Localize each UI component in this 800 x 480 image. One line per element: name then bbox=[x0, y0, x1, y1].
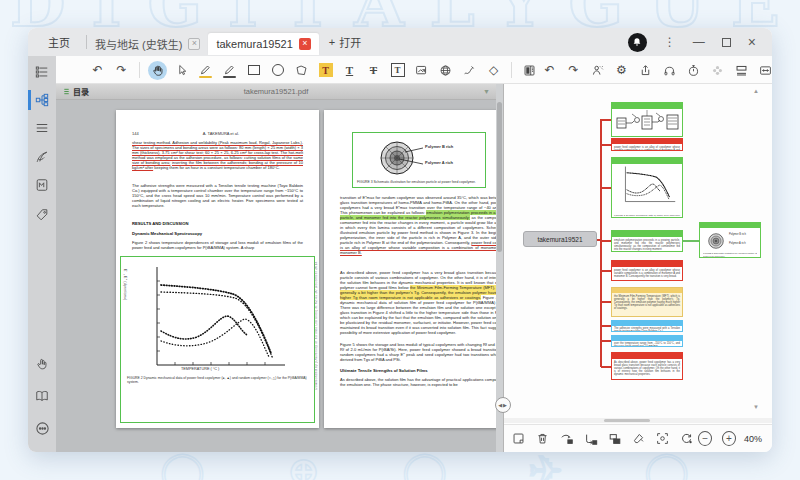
notebook-panel-icon[interactable] bbox=[520, 61, 539, 80]
scrollbar-thumb[interactable] bbox=[604, 419, 650, 422]
connector bbox=[601, 325, 611, 327]
mindmap-node-red-excerpt[interactable]: power feed copolymer is an alloy of copo… bbox=[611, 260, 683, 281]
theme-flower-icon[interactable] bbox=[708, 61, 727, 80]
screenshot-icon[interactable] bbox=[653, 429, 671, 448]
tab-document-2[interactable]: takemura19521 × bbox=[208, 33, 318, 55]
figure3-annotation-box[interactable]: Polymer B rich Polymer A rich FIGURE 3 S… bbox=[352, 132, 486, 188]
split-layout-icon[interactable] bbox=[732, 61, 751, 80]
maximize-icon[interactable] bbox=[722, 38, 731, 47]
rectangle-tool-icon[interactable] bbox=[244, 61, 263, 80]
mindmap-node-green-excerpt[interactable]: emulsion polymerization proceeds in a gr… bbox=[611, 230, 683, 252]
textbox-icon[interactable]: T bbox=[388, 61, 407, 80]
notification-icon[interactable] bbox=[628, 33, 647, 52]
scroll-down-icon[interactable]: ▼ bbox=[753, 404, 759, 410]
signature-icon[interactable] bbox=[460, 61, 479, 80]
close-tab-icon[interactable]: × bbox=[188, 38, 200, 50]
page-text: Figure 2 shows temperature dependences o… bbox=[132, 240, 303, 250]
export-icon[interactable] bbox=[636, 61, 655, 80]
connector-spine bbox=[600, 119, 602, 367]
eraser-icon[interactable]: ◇ bbox=[484, 61, 503, 80]
page-text: As described above, the solution film ha… bbox=[340, 377, 511, 387]
select-cursor-icon[interactable] bbox=[172, 61, 191, 80]
mindmap-node-figure3[interactable]: Polymer B rich Polymer A rich FIGURE 3 S… bbox=[699, 222, 761, 258]
connector bbox=[601, 301, 611, 303]
node-text: The adhesive strengths were measured wit… bbox=[612, 326, 682, 332]
add-sibling-node-icon[interactable] bbox=[582, 429, 600, 448]
mindmap-redo-icon[interactable]: ↷ bbox=[564, 61, 583, 80]
sidebar-hand-gesture-icon[interactable] bbox=[28, 352, 56, 376]
scroll-up-icon[interactable]: ▲ bbox=[753, 88, 759, 94]
page-text: transition of E″max for random copolymer… bbox=[340, 195, 511, 255]
mindmap-node-blue-excerpt[interactable]: The adhesive strengths were measured wit… bbox=[611, 320, 683, 332]
ellipse-tool-icon[interactable] bbox=[268, 61, 287, 80]
figure2-annotation-box[interactable]: E′ , E″ (dyne/cm²) TEMPERATURE ( °C ) FI… bbox=[120, 256, 315, 423]
minimize-icon[interactable]: — bbox=[693, 35, 705, 49]
mindmap-node-apparatus[interactable] bbox=[611, 102, 683, 137]
sidebar-more-icon[interactable] bbox=[28, 416, 56, 440]
zoom-in-button[interactable]: + bbox=[722, 431, 736, 446]
mindmap-node-red-excerpt[interactable]: As described above, power feed copolymer… bbox=[611, 352, 683, 380]
zoom-out-button[interactable]: − bbox=[698, 431, 712, 446]
sidebar-notes-icon[interactable] bbox=[28, 173, 56, 197]
sidebar-reading-mode-icon[interactable] bbox=[28, 384, 56, 408]
highlight-text-icon[interactable]: T bbox=[316, 61, 335, 80]
merge-node-icon[interactable] bbox=[606, 429, 624, 448]
redo-icon[interactable]: ↷ bbox=[112, 61, 131, 80]
relayout-icon[interactable] bbox=[677, 429, 695, 448]
polygon-tool-icon[interactable] bbox=[292, 61, 311, 80]
figure2-caption: FIGURE 2 Dynamic mechanical data of powe… bbox=[127, 376, 308, 384]
node-text: power feed copolymer is an alloy of copo… bbox=[612, 267, 682, 279]
hand-tool-icon[interactable] bbox=[148, 61, 167, 80]
delete-node-icon[interactable] bbox=[534, 429, 552, 448]
pen-icon[interactable] bbox=[220, 61, 239, 80]
connector bbox=[601, 240, 611, 242]
audio-reader-icon[interactable] bbox=[660, 61, 679, 80]
tab-document-2-label: takemura19521 bbox=[216, 38, 292, 50]
mindmap-panel[interactable]: takemura19521 power feed copolymer is an bbox=[504, 84, 772, 424]
open-file-button[interactable]: + 打开 bbox=[319, 34, 371, 50]
node-text: FIGURE 2 Dynamic mechanical data of powe… bbox=[612, 212, 682, 218]
connector bbox=[601, 187, 611, 189]
tab-document-1[interactable]: 我与地坛 (史铁生) × bbox=[87, 33, 208, 55]
style-brush-icon[interactable] bbox=[629, 429, 647, 448]
page-text: shear testing method. Adhesion and welda… bbox=[132, 140, 303, 170]
mindmap-undo-icon[interactable]: ↶ bbox=[540, 61, 559, 80]
sidebar-toc-icon[interactable] bbox=[28, 60, 56, 84]
highlighter-icon[interactable] bbox=[196, 61, 215, 80]
settings-gear-icon[interactable]: ⚙ bbox=[612, 61, 631, 80]
mindmap-node-blue-excerpt[interactable]: over the temperature range from −150°C t… bbox=[611, 335, 683, 347]
strikethrough-text-icon[interactable]: T bbox=[364, 61, 383, 80]
node-graph bbox=[615, 165, 681, 207]
image-annotation-icon[interactable] bbox=[412, 61, 431, 80]
pdf-viewer[interactable]: 目录 takemura19521.pdf ▼ 144 A. TAKEMURA e… bbox=[56, 84, 503, 452]
figure2-x-axis-label: TEMPERATURE ( °C ) bbox=[181, 367, 219, 372]
timer-icon[interactable] bbox=[684, 61, 703, 80]
close-icon[interactable]: × bbox=[748, 34, 756, 50]
tab-document-1-label: 我与地坛 (史铁生) bbox=[95, 36, 182, 52]
menu-icon[interactable]: ⋮ bbox=[664, 35, 676, 49]
sidebar-tags-icon[interactable] bbox=[28, 203, 56, 227]
mindmap-node-yellow-excerpt[interactable]: the Minimum Film-Forming Temperature (MF… bbox=[611, 287, 683, 317]
tab-home[interactable]: 主页 bbox=[28, 34, 86, 50]
underline-text-icon[interactable]: T bbox=[340, 61, 359, 80]
mindmap-root-node[interactable]: takemura19521 bbox=[523, 231, 597, 247]
undo-icon[interactable]: ↶ bbox=[88, 61, 107, 80]
close-tab-icon[interactable]: × bbox=[299, 38, 311, 50]
add-child-node-icon[interactable] bbox=[558, 429, 576, 448]
pdf-header-bar: 目录 takemura19521.pdf ▼ bbox=[56, 84, 496, 100]
fit-width-icon[interactable] bbox=[756, 61, 772, 80]
presentation-icon[interactable] bbox=[588, 61, 607, 80]
mindmap-node-red-excerpt[interactable]: power feed copolymer is an alloy of copo… bbox=[611, 138, 683, 151]
panel-collapse-toggle[interactable]: ◀▶ bbox=[495, 397, 511, 413]
sidebar-annotations-icon[interactable] bbox=[28, 145, 56, 169]
node-text: FIGURE 3 Schematic illustration for emul… bbox=[703, 252, 757, 258]
connector bbox=[601, 144, 611, 146]
translate-globe-icon[interactable] bbox=[436, 61, 455, 80]
sidebar-list-icon[interactable] bbox=[28, 116, 56, 140]
new-sheet-icon[interactable] bbox=[510, 429, 528, 448]
sidebar-mindmap-icon[interactable] bbox=[28, 88, 56, 112]
mindmap-horizontal-scrollbar[interactable] bbox=[504, 418, 772, 423]
mindmap-node-figure2[interactable]: FIGURE 2 Dynamic mechanical data of powe… bbox=[611, 157, 683, 218]
node-text: As described above, power feed copolymer… bbox=[612, 359, 682, 377]
scrollbar-thumb[interactable] bbox=[497, 102, 502, 252]
